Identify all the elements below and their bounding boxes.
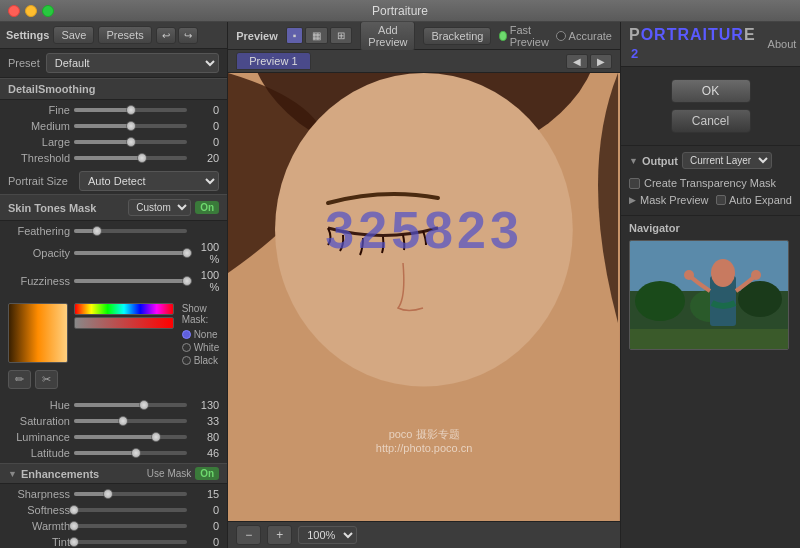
preview-tab-1[interactable]: Preview 1 [236,52,310,70]
portrait-size-select[interactable]: Auto Detect [79,171,219,191]
settings-label: Settings [6,29,49,41]
output-layer-select[interactable]: Current Layer New Layer [682,152,772,169]
portrait-size-label: Portrait Size [8,175,73,187]
watermark-number: 325823 [325,200,523,260]
radio-black-row[interactable]: Black [182,355,220,366]
opacity-label: Opacity [8,247,70,259]
feathering-slider-row: Feathering [0,223,227,239]
softness-value: 0 [191,504,219,516]
use-mask-label: Use Mask [147,468,191,479]
fine-slider-row: Fine 0 [0,102,227,118]
presets-button[interactable]: Presets [98,26,151,44]
preset-select[interactable]: Default [46,53,219,73]
large-slider-row: Large 0 [0,134,227,150]
saturation-track[interactable] [74,419,187,423]
softness-slider-row: Softness 0 [0,502,227,518]
opacity-slider-row: Opacity 100 % [0,239,227,267]
view-mode-buttons: ▪ ▦ ⊞ [286,27,353,44]
add-preview-button[interactable]: Add Preview [360,21,415,51]
bracketing-button[interactable]: Bracketing [423,27,491,45]
zoom-in-button[interactable]: + [267,525,292,545]
ok-button[interactable]: OK [671,79,751,103]
fast-preview-label: Fast Preview [510,24,552,48]
fuzziness-slider-row: Fuzziness 100 % [0,267,227,295]
tint-value: 0 [191,536,219,548]
preview-label: Preview [236,30,278,42]
radio-none-circle[interactable] [182,330,191,339]
navigator-thumbnail[interactable] [629,240,789,350]
redo-button[interactable]: ↪ [178,27,198,44]
feathering-track[interactable] [74,229,187,233]
warmth-label: Warmth [8,520,70,532]
medium-value: 0 [191,120,219,132]
eyedropper-remove-button[interactable]: ✂ [35,370,58,389]
hue-strip[interactable] [74,303,174,315]
save-button[interactable]: Save [53,26,94,44]
opacity-track[interactable] [74,251,187,255]
color-picker-area: Show Mask: None White Black [0,297,227,395]
auto-expand-checkbox[interactable] [716,195,726,205]
preview-area: Preview 1 ◀ ▶ [228,50,620,548]
close-button[interactable] [8,5,20,17]
right-panel: PORTRAITURE 2 About Help OK Cancel ▼ Out… [620,22,800,548]
sharpness-track[interactable] [74,492,187,496]
navigator-title: Navigator [629,222,792,234]
zoom-out-button[interactable]: − [236,525,261,545]
fast-preview-dot [499,31,506,41]
latitude-track[interactable] [74,451,187,455]
skin-custom-select[interactable]: Custom [128,199,191,216]
warmth-track[interactable] [74,524,187,528]
saturation-value: 33 [191,415,219,427]
color-picker-row: Show Mask: None White Black [8,303,219,366]
preset-row: Preset Default [0,49,227,78]
show-mask-label: Show Mask: [182,303,220,325]
left-toolbar: Settings Save Presets ↩ ↪ [0,22,227,49]
accurate-radio[interactable]: Accurate [556,30,612,42]
fine-track[interactable] [74,108,187,112]
left-panel: Settings Save Presets ↩ ↪ Preset Default… [0,22,228,548]
view-split-button[interactable]: ▦ [305,27,328,44]
large-label: Large [8,136,70,148]
about-button[interactable]: About [768,38,797,50]
prev-arrow-button[interactable]: ◀ [566,54,588,69]
center-panel: Preview ▪ ▦ ⊞ Add Preview Bracketing Fas… [228,22,620,548]
enhancements-header: ▼ Enhancements Use Mask On [0,463,227,484]
mask-preview-row[interactable]: ▶ Mask Preview Auto Expand [629,191,792,209]
zoom-select[interactable]: 100% 50% 200% Fit [298,526,357,544]
create-transparency-checkbox[interactable] [629,178,640,189]
radio-none-row[interactable]: None [182,329,220,340]
hue-track[interactable] [74,403,187,407]
undo-button[interactable]: ↩ [156,27,176,44]
large-track[interactable] [74,140,187,144]
output-collapse-icon: ▼ [629,156,638,166]
detail-smoothing-header: DetailSmoothing [0,78,227,100]
output-header: ▼ Output Current Layer New Layer [629,152,792,169]
threshold-track[interactable] [74,156,187,160]
preview-toolbar: Preview ▪ ▦ ⊞ Add Preview Bracketing Fas… [228,22,620,50]
radio-white-row[interactable]: White [182,342,220,353]
detail-sliders: Fine 0 Medium 0 Large [0,100,227,168]
fast-preview-radio[interactable]: Fast Preview [499,24,551,48]
radio-black-circle[interactable] [182,356,191,365]
tint-track[interactable] [74,540,187,544]
medium-track[interactable] [74,124,187,128]
luminance-track[interactable] [74,435,187,439]
sat-strip[interactable] [74,317,174,329]
maximize-button[interactable] [42,5,54,17]
minimize-button[interactable] [25,5,37,17]
hue-label: Hue [8,399,70,411]
view-single-button[interactable]: ▪ [286,27,304,44]
tint-label: Tint [8,536,70,548]
cancel-button[interactable]: Cancel [671,109,751,133]
radio-white-circle[interactable] [182,343,191,352]
view-grid-button[interactable]: ⊞ [330,27,352,44]
right-top-bar: PORTRAITURE 2 About Help [621,22,800,67]
softness-track[interactable] [74,508,187,512]
eyedropper-add-button[interactable]: ✏ [8,370,31,389]
fuzziness-track[interactable] [74,279,187,283]
enhance-on-badge: On [195,467,219,480]
color-gradient[interactable] [8,303,68,363]
next-arrow-button[interactable]: ▶ [590,54,612,69]
enhance-sliders: Sharpness 15 Softness 0 Warmth [0,484,227,548]
create-transparency-row: Create Transparency Mask [629,175,792,191]
